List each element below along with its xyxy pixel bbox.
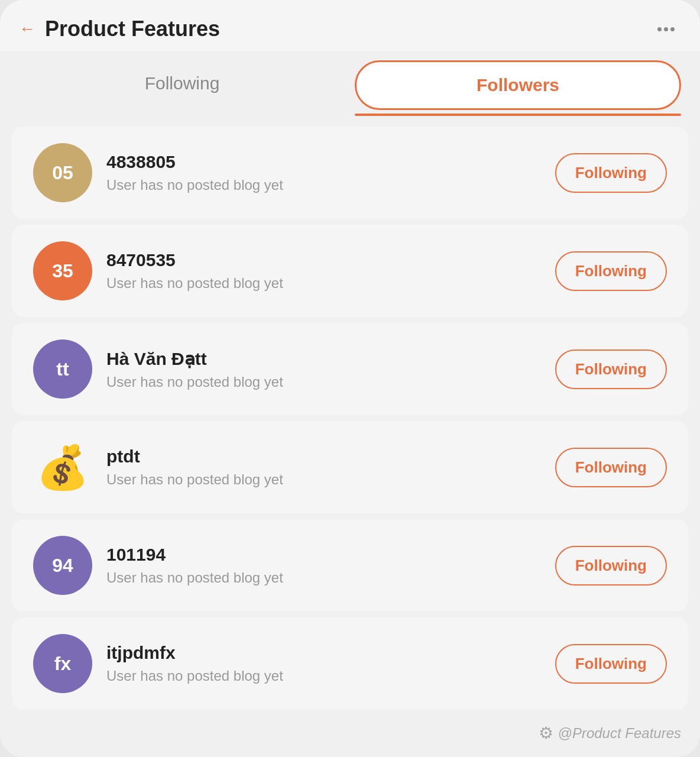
user-info-2: 8470535 User has no posted blog yet xyxy=(106,250,541,292)
phone-container: ← Product Features Following Followers 0… xyxy=(0,0,700,757)
user-sub-2: User has no posted blog yet xyxy=(106,275,541,292)
follow-button-2[interactable]: Following xyxy=(555,251,667,291)
user-item-6[interactable]: fx itjpdmfx User has no posted blog yet … xyxy=(12,617,688,710)
user-sub-1: User has no posted blog yet xyxy=(106,177,541,193)
user-avatar-3: tt xyxy=(33,339,92,399)
user-avatar-1: 05 xyxy=(33,143,92,202)
user-avatar-2: 35 xyxy=(33,241,92,300)
user-sub-5: User has no posted blog yet xyxy=(106,570,541,586)
follow-button-5[interactable]: Following xyxy=(555,546,667,585)
user-item-4[interactable]: 💰 ptdt User has no posted blog yet Follo… xyxy=(12,421,688,513)
dot-2 xyxy=(664,27,668,31)
header: ← Product Features xyxy=(0,0,700,51)
user-list: 05 4838805 User has no posted blog yet F… xyxy=(0,116,700,757)
user-avatar-4: 💰 xyxy=(33,438,92,497)
watermark: ⚙ @Product Features xyxy=(539,723,681,743)
user-item-3[interactable]: tt Hà Văn Đạtt User has no posted blog y… xyxy=(12,323,688,415)
user-name-3: Hà Văn Đạtt xyxy=(106,348,541,369)
dot-3 xyxy=(670,27,675,31)
watermark-text: @Product Features xyxy=(558,725,681,742)
tab-followers-wrapper: Followers xyxy=(355,60,681,116)
user-avatar-5: 94 xyxy=(33,536,92,595)
user-name-1: 4838805 xyxy=(106,152,541,172)
more-button[interactable] xyxy=(650,18,681,40)
follow-button-3[interactable]: Following xyxy=(555,350,667,389)
user-info-5: 101194 User has no posted blog yet xyxy=(106,545,541,586)
user-sub-6: User has no posted blog yet xyxy=(106,668,541,684)
user-sub-3: User has no posted blog yet xyxy=(106,374,541,390)
page-title: Product Features xyxy=(45,17,220,41)
user-name-4: ptdt xyxy=(106,447,541,467)
tab-followers[interactable]: Followers xyxy=(355,60,681,110)
user-sub-4: User has no posted blog yet xyxy=(106,471,541,488)
follow-button-4[interactable]: Following xyxy=(555,448,667,487)
tab-following-wrapper: Following xyxy=(19,60,345,116)
dot-1 xyxy=(657,27,662,31)
user-item-5[interactable]: 94 101194 User has no posted blog yet Fo… xyxy=(12,519,688,612)
user-name-6: itjpdmfx xyxy=(106,643,541,663)
user-item-2[interactable]: 35 8470535 User has no posted blog yet F… xyxy=(12,225,688,317)
user-name-2: 8470535 xyxy=(106,250,541,270)
user-item-1[interactable]: 05 4838805 User has no posted blog yet F… xyxy=(12,127,688,219)
follow-button-6[interactable]: Following xyxy=(555,644,667,684)
user-info-6: itjpdmfx User has no posted blog yet xyxy=(106,643,541,684)
user-avatar-6: fx xyxy=(33,634,92,693)
tabs-container: Following Followers xyxy=(0,51,700,116)
watermark-icon: ⚙ xyxy=(539,723,553,743)
follow-button-1[interactable]: Following xyxy=(555,153,667,193)
back-button[interactable]: ← xyxy=(19,20,35,38)
user-info-1: 4838805 User has no posted blog yet xyxy=(106,152,541,193)
user-info-3: Hà Văn Đạtt User has no posted blog yet xyxy=(106,348,541,390)
user-info-4: ptdt User has no posted blog yet xyxy=(106,447,541,488)
user-name-5: 101194 xyxy=(106,545,541,565)
header-left: ← Product Features xyxy=(19,17,220,41)
tab-following[interactable]: Following xyxy=(19,60,345,110)
